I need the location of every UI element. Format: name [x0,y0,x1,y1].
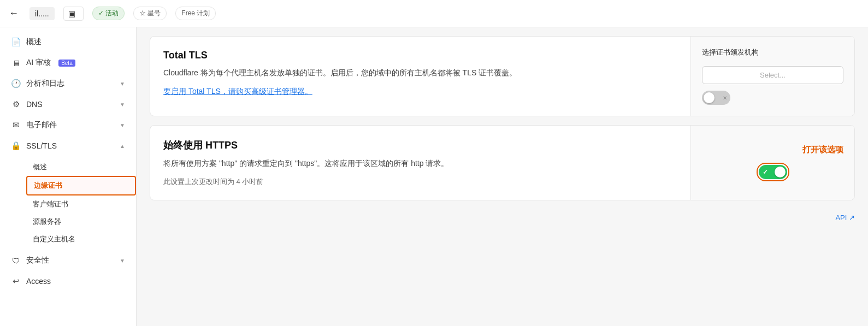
content-area: Total TLS Cloudflare 将为每个代理主机名发放单独的证书。启用… [137,27,868,326]
sidebar-item-label: 分析和日志 [26,79,64,88]
plan-badge: Free 计划 [175,7,216,20]
sidebar-item-client-cert[interactable]: 客户端证书 [26,195,136,213]
total-tls-toggle [702,91,730,105]
shield-icon: 🛡 [11,256,21,265]
total-tls-link[interactable]: 要启用 Total TLS，请购买高级证书管理器。 [163,87,312,96]
sidebar: 📄 概述 🖥 AI 审核 Beta 🕐 分析和日志 ▼ ⚙ DNS ▼ ✉ 电子… [0,27,137,326]
main-layout: 📄 概述 🖥 AI 审核 Beta 🕐 分析和日志 ▼ ⚙ DNS ▼ ✉ 电子… [0,27,868,326]
sidebar-item-dns[interactable]: ⚙ DNS ▼ [0,94,136,115]
custom-hostname-label: 自定义主机名 [33,234,75,244]
sidebar-item-custom-hostname[interactable]: 自定义主机名 [26,230,136,248]
always-https-timestamp: 此设置上次更改时间为 4 小时前 [163,177,677,187]
always-https-left: 始终使用 HTTPS 将所有使用方案 "http" 的请求重定向到 "https… [150,126,690,200]
always-https-toggle[interactable] [759,165,787,179]
topbar: ← il..... ▣ ✓ 活动 ☆ 星号 Free 计划 [0,0,868,27]
toggle-knob [775,167,786,177]
sidebar-item-label: SSL/TLS [26,141,57,150]
total-tls-left: Total TLS Cloudflare 将为每个代理主机名发放单独的证书。启用… [150,37,690,116]
origin-server-label: 源服务器 [33,217,61,227]
sidebar-item-edge-cert[interactable]: 边缘证书 [26,176,136,195]
ai-audit-icon: 🖥 [11,58,21,68]
select-ca-label: 选择证书颁发机构 [702,48,759,57]
sidebar-item-origin-server[interactable]: 源服务器 [26,213,136,230]
always-https-title: 始终使用 HTTPS [163,139,677,152]
select-placeholder: Select... [760,71,786,79]
ssl-submenu: 概述 边缘证书 客户端证书 源服务器 自定义主机名 [0,156,136,250]
dns-icon: ⚙ [11,99,21,109]
client-cert-label: 客户端证书 [33,199,68,209]
tab-item[interactable]: ▣ [63,7,84,21]
chevron-down-icon: ▼ [120,81,125,87]
analytics-icon: 🕐 [11,79,21,88]
tab-icon: ▣ [68,9,75,18]
sidebar-item-security[interactable]: 🛡 安全性 ▼ [0,250,136,271]
ca-select[interactable]: Select... [702,66,843,84]
always-https-card: 始终使用 HTTPS 将所有使用方案 "http" 的请求重定向到 "https… [150,125,855,200]
chevron-down-icon: ▼ [120,122,125,128]
always-https-toggle-wrapper [757,163,789,181]
sidebar-item-label: 概述 [26,37,42,47]
hint-text: 打开该选项 [702,145,843,155]
sidebar-item-analytics[interactable]: 🕐 分析和日志 ▼ [0,73,136,94]
total-tls-card: Total TLS Cloudflare 将为每个代理主机名发放单独的证书。启用… [150,36,855,116]
sidebar-item-label: Access [26,277,51,286]
sidebar-item-overview[interactable]: 📄 概述 [0,32,136,52]
toggle-area: 打开该选项 [702,145,843,181]
active-badge: ✓ 活动 [92,7,125,20]
sidebar-item-access[interactable]: ↩ Access [0,271,136,292]
sidebar-item-ssl-overview[interactable]: 概述 [26,158,136,176]
total-tls-right: 选择证书颁发机构 Select... [690,37,854,116]
sidebar-item-ai-audit[interactable]: 🖥 AI 审核 Beta [0,52,136,73]
edge-cert-label: 边缘证书 [34,181,62,191]
ssl-overview-label: 概述 [33,162,47,172]
sidebar-item-label: DNS [26,100,43,109]
domain-label: il..... [29,7,55,20]
api-link[interactable]: API ↗ [150,209,855,226]
sidebar-item-label: 安全性 [26,256,49,265]
sidebar-item-label: 电子邮件 [26,120,57,130]
total-tls-title: Total TLS [163,50,677,61]
overview-icon: 📄 [11,37,21,47]
chevron-down-icon: ▼ [120,102,125,108]
chevron-down-icon: ▼ [120,258,125,264]
always-https-right: 打开该选项 [690,126,854,200]
access-icon: ↩ [11,276,21,286]
beta-badge: Beta [58,60,75,67]
sidebar-item-email[interactable]: ✉ 电子邮件 ▼ [0,115,136,135]
sidebar-item-label: AI 审核 [26,58,51,68]
sidebar-item-ssl-tls[interactable]: 🔒 SSL/TLS ▲ [0,135,136,156]
back-button[interactable]: ← [9,8,19,19]
lock-icon: 🔒 [11,141,21,151]
email-icon: ✉ [11,120,21,130]
always-https-description: 将所有使用方案 "http" 的请求重定向到 "https"。这将应用于该区域的… [163,157,677,169]
star-badge[interactable]: ☆ 星号 [133,7,167,20]
toggle-knob [704,92,715,103]
total-tls-description: Cloudflare 将为每个代理主机名发放单独的证书。启用后，您的域中的所有主… [163,67,677,79]
chevron-up-icon: ▲ [120,143,125,149]
